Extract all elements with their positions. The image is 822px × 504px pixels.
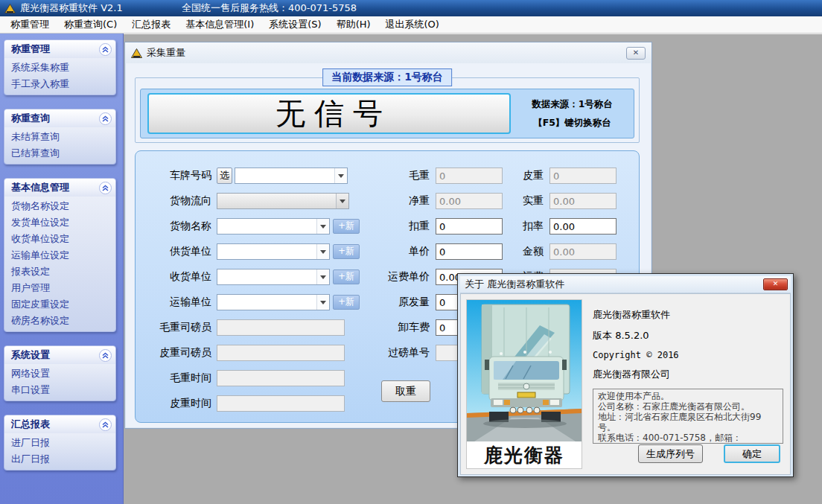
supplier-label: 供货单位 [147,245,211,258]
transporter-combobox[interactable] [217,294,330,310]
menu-system-settings[interactable]: 系统设置(S) [261,16,328,33]
section-header[interactable]: 系统设置 [4,346,115,364]
section-items: 未结算查询 已结算查询 [4,127,115,164]
receiver-combobox[interactable] [217,269,330,285]
chevron-up-icon[interactable] [99,182,112,194]
data-source-group: 当前数据来源：1号称台 无信号 数据来源：1号称台 【F5】键切换称台 [135,77,640,143]
capture-window-titlebar[interactable]: 采集重量 ✕ [125,42,651,63]
section-header[interactable]: 汇总报表 [4,415,115,433]
sidebar-item-goods-name[interactable]: 货物名称设定 [4,198,115,214]
deduct-weight-field[interactable] [436,218,503,235]
section-items: 系统采集称重 手工录入称重 [4,58,115,95]
add-goods-name-button[interactable]: +新 [333,219,360,234]
chevron-up-icon[interactable] [99,418,112,431]
sidebar-item-manual-weigh[interactable]: 手工录入称重 [4,76,115,92]
sidebar-section-system-settings: 系统设置 网络设置 串口设置 [4,345,116,401]
chevron-up-icon[interactable] [99,349,112,362]
goods-name-combobox[interactable] [217,218,330,235]
sidebar-item-fixed-tare[interactable]: 固定皮重设定 [4,296,115,313]
amount-label: 金额 [503,245,544,258]
info-line-email: 1g82100713@163.com [598,443,778,444]
goods-flow-label: 货物流向 [147,194,211,208]
signal-panel: 无信号 数据来源：1号称台 【F5】键切换称台 [140,89,634,138]
sidebar-item-outbound-daily[interactable]: 出厂日报 [4,451,115,468]
ticket-number-label: 过磅单号 [376,346,430,360]
sidebar-item-user-manage[interactable]: 用户管理 [4,280,115,296]
take-weight-button[interactable]: 取重 [381,380,430,402]
tare-time-field [217,395,345,412]
truck-image: 鹿光衡器 [466,299,582,469]
combo-arrow-icon[interactable] [334,168,347,183]
weight-signal-display: 无信号 [147,93,511,134]
menu-summary-report[interactable]: 汇总报表 [124,16,178,33]
sidebar-item-sender-unit[interactable]: 发货单位设定 [4,214,115,231]
section-title: 称重查询 [11,112,50,125]
tare-operator-label: 皮重司磅员 [147,346,211,360]
about-dialog: 关于 鹿光衡器称重软件 ✕ [457,273,794,477]
menu-basic-info[interactable]: 基本信息管理(I) [178,16,261,33]
section-title: 汇总报表 [11,418,50,431]
window-logo-icon [131,48,142,58]
ok-button[interactable]: 确定 [724,444,780,463]
source-info-line2: 【F5】键切换称台 [533,117,611,130]
about-dialog-title: 关于 鹿光衡器称重软件 [465,278,564,291]
about-version: 版本 8.5.2.0 [593,329,783,342]
sidebar-item-settled-query[interactable]: 已结算查询 [4,145,115,162]
transporter-label: 运输单位 [147,296,211,309]
about-dialog-titlebar[interactable]: 关于 鹿光衡器称重软件 ✕ [460,276,791,293]
sidebar-item-receiver-unit[interactable]: 收货单位设定 [4,231,115,247]
tare-weight-label: 皮重 [503,169,544,182]
menu-help[interactable]: 帮助(H) [329,16,378,33]
sidebar-item-transport-unit[interactable]: 运输单位设定 [4,247,115,264]
section-header[interactable]: 称重管理 [4,40,115,58]
sidebar-item-unsettled-query[interactable]: 未结算查询 [4,129,115,145]
combo-arrow-icon[interactable] [336,194,348,208]
chevron-up-icon[interactable] [99,112,112,125]
combo-arrow-icon[interactable] [316,244,329,259]
menu-weigh-query[interactable]: 称重查询(C) [57,16,124,33]
goods-name-label: 货物名称 [147,220,211,233]
freight-price-label: 运费单价 [376,270,430,284]
original-qty-label: 原发量 [376,296,430,309]
deduct-rate-field[interactable] [549,218,616,235]
section-header[interactable]: 称重查询 [4,109,115,127]
sidebar-item-system-weigh[interactable]: 系统采集称重 [4,60,115,76]
add-supplier-button[interactable]: +新 [333,244,360,259]
section-header[interactable]: 基本信息管理 [4,179,115,197]
sidebar-item-scalehouse-name[interactable]: 磅房名称设定 [4,313,115,329]
form-row: 车牌号码 选 毛重 皮重 [147,163,639,188]
info-line-company: 公司名称：石家庄鹿光衡器有限公司。 [598,401,778,412]
goods-flow-combobox[interactable] [217,193,349,209]
sidebar-section-weigh-manage: 称重管理 系统采集称重 手工录入称重 [4,39,116,95]
about-close-button[interactable]: ✕ [763,278,788,290]
unit-price-field[interactable] [436,243,503,260]
generate-serial-button[interactable]: 生成序列号 [638,444,703,463]
info-line-address: 地址：河北省石家庄鹿泉区石柏北大街99号。 [598,412,778,433]
actual-weight-label: 实重 [503,194,544,208]
unload-fee-label: 卸车费 [376,321,430,334]
sidebar-item-serial-setting[interactable]: 串口设置 [4,382,115,398]
info-line-welcome: 欢迎使用本产品。 [598,391,778,401]
unit-price-label: 单价 [376,245,430,258]
about-info-box: 欢迎使用本产品。 公司名称：石家庄鹿光衡器有限公司。 地址：河北省石家庄鹿泉区石… [593,389,783,444]
menu-weigh-manage[interactable]: 称重管理 [3,16,57,33]
plate-number-combobox[interactable] [235,168,348,184]
combo-arrow-icon[interactable] [316,295,329,310]
combo-arrow-icon[interactable] [316,219,329,234]
add-receiver-button[interactable]: +新 [333,269,360,284]
sidebar-nav: 称重管理 系统采集称重 手工录入称重 称重查询 未结算查询 已结算查询 基本信息… [0,34,124,504]
combo-arrow-icon[interactable] [316,269,329,284]
add-transporter-button[interactable]: +新 [333,295,360,310]
sidebar-item-report-setting[interactable]: 报表设定 [4,264,115,280]
sidebar-item-network-setting[interactable]: 网络设置 [4,366,115,382]
capture-close-button[interactable]: ✕ [626,47,646,60]
source-info: 数据来源：1号称台 【F5】键切换称台 [511,89,634,138]
amount-field [549,243,616,260]
chevron-up-icon[interactable] [99,43,112,56]
pick-plate-button[interactable]: 选 [217,168,232,184]
supplier-combobox[interactable] [217,243,330,260]
menu-exit[interactable]: 退出系统(O) [378,16,447,33]
sidebar-item-inbound-daily[interactable]: 进厂日报 [4,435,115,451]
about-company: 鹿光衡器有限公司 [593,368,783,381]
info-line-phone: 联系电话：400-071-5758，邮箱： [598,433,778,443]
